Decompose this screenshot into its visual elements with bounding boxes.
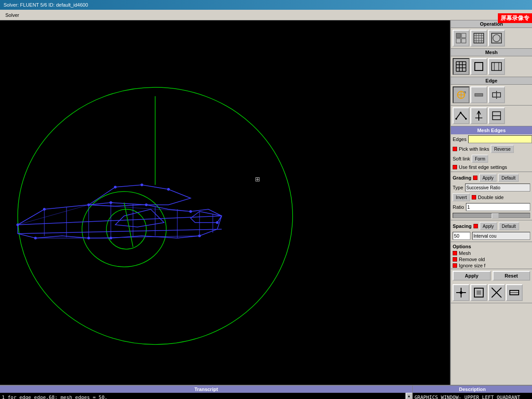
bottom-icon-toolbar xyxy=(451,282,532,303)
edge-toolbar-1 xyxy=(451,85,532,106)
remove-old-label: Remove old xyxy=(459,257,485,262)
operation-toolbar xyxy=(451,28,532,49)
double-side-label: Double side xyxy=(478,195,504,200)
mesh-toolbar xyxy=(451,56,532,77)
type-display: Successive Ratio xyxy=(465,184,530,192)
edges-label: Edges xyxy=(453,137,466,142)
svg-point-85 xyxy=(460,291,462,294)
svg-rect-87 xyxy=(477,290,481,295)
grading-apply-button[interactable]: Apply xyxy=(479,174,497,182)
mesh-title: Mesh xyxy=(451,49,532,56)
mesh-btn-1[interactable] xyxy=(453,58,469,75)
spacing-input-row: Interval cou xyxy=(451,231,532,241)
remove-old-indicator xyxy=(453,257,457,262)
svg-point-23 xyxy=(145,203,148,206)
grading-default-button[interactable]: Default xyxy=(498,174,519,182)
first-edge-indicator xyxy=(453,165,457,169)
edges-input[interactable] xyxy=(468,135,532,143)
grading-row: Grading Apply Default xyxy=(451,173,532,183)
bottom-icon-3[interactable] xyxy=(488,284,505,301)
grading-indicator xyxy=(473,176,477,180)
svg-point-30 xyxy=(114,186,117,188)
ratio-slider-track[interactable] xyxy=(453,213,530,218)
svg-line-72 xyxy=(456,113,461,119)
svg-text:⊞: ⊞ xyxy=(255,176,260,183)
op-btn-3[interactable] xyxy=(488,30,505,47)
title-bar: Solver: FLUENT 5/6 ID: default_id4600 xyxy=(0,0,532,10)
svg-rect-0 xyxy=(0,52,450,353)
scroll-up-arrow[interactable]: ▲ xyxy=(406,393,412,399)
pick-links-indicator xyxy=(453,147,457,151)
spacing-apply-button[interactable]: Apply xyxy=(480,222,497,230)
transcript-title: Transcript xyxy=(0,386,412,393)
title-text: Solver: FLUENT 5/6 ID: default_id4600 xyxy=(4,2,88,8)
soft-link-label: Soft link xyxy=(453,156,470,161)
edge-btn-1[interactable] xyxy=(453,86,469,103)
operation-section: Operation xyxy=(451,20,532,126)
svg-point-74 xyxy=(455,118,457,120)
first-edge-label: Use first edge settings xyxy=(459,164,507,170)
interval-count-display: Interval cou xyxy=(472,232,530,240)
op-btn-1[interactable] xyxy=(453,30,469,47)
invert-button[interactable]: Invert xyxy=(453,193,470,201)
description-panel: Description GRAPHICS WINDOW- UPPER LEFT … xyxy=(412,386,532,399)
svg-point-32 xyxy=(167,188,170,191)
apply-button[interactable]: Apply xyxy=(453,271,491,281)
mesh-btn-3[interactable] xyxy=(488,58,505,75)
ratio-slider-thumb[interactable] xyxy=(492,213,499,219)
form-button[interactable]: Form xyxy=(472,155,488,163)
chinese-overlay: 屏幕录像专 xyxy=(498,13,532,23)
mesh-option-label: Mesh xyxy=(459,250,471,256)
edge-btn-5[interactable] xyxy=(470,107,487,124)
options-row: Options xyxy=(451,243,532,250)
pick-links-label: Pick with links xyxy=(459,146,489,152)
svg-rect-61 xyxy=(475,63,483,70)
ignore-size-indicator xyxy=(453,263,457,268)
edge-title: Edge xyxy=(451,77,532,85)
svg-point-20 xyxy=(43,208,46,211)
reset-button[interactable]: Reset xyxy=(493,271,531,281)
svg-point-25 xyxy=(216,221,219,224)
invert-row: Invert Double side xyxy=(451,192,532,202)
ratio-input[interactable] xyxy=(466,203,530,211)
edge-btn-2[interactable] xyxy=(470,86,487,103)
edge-btn-6[interactable] xyxy=(488,107,505,124)
svg-rect-41 xyxy=(462,33,466,38)
description-text: GRAPHICS WINDOW- UPPER LEFT QUADRANT xyxy=(415,395,520,399)
menu-bar: Solver Help xyxy=(0,10,532,20)
svg-point-76 xyxy=(465,118,467,120)
mesh-btn-2[interactable] xyxy=(470,58,487,75)
description-title: Description xyxy=(413,386,532,393)
mesh-option-indicator xyxy=(453,251,457,255)
spacing-default-button[interactable]: Default xyxy=(499,222,519,230)
reverse-button[interactable]: Reverse xyxy=(491,145,513,153)
edge-btn-3[interactable] xyxy=(488,86,505,103)
svg-point-28 xyxy=(110,237,112,239)
viewport[interactable]: ⊞ xyxy=(0,20,450,385)
main-container: ⊞ Operation xyxy=(0,20,532,385)
bottom-icon-2[interactable] xyxy=(470,284,487,301)
edges-row: Edges xyxy=(451,134,532,144)
divider-2 xyxy=(451,220,532,220)
bottom-container: Transcript 1 for edge edge.68: mesh edge… xyxy=(0,385,532,399)
edge-btn-4[interactable] xyxy=(453,107,469,124)
chinese-text: 屏幕录像专 xyxy=(501,15,529,21)
svg-rect-69 xyxy=(475,94,483,96)
options-label: Options xyxy=(453,244,471,249)
mesh-edges-title: Mesh Edges xyxy=(451,126,532,134)
spacing-row: Spacing Apply Default xyxy=(451,221,532,231)
divider-1 xyxy=(451,172,532,172)
transcript-content[interactable]: 1 for edge edge.68: mesh edges = 50. 1 f… xyxy=(0,393,405,399)
bottom-icon-4[interactable] xyxy=(506,284,523,301)
op-btn-2[interactable] xyxy=(470,30,487,47)
ignore-size-row: Ignore size f xyxy=(451,262,532,269)
ratio-label: Ratio xyxy=(453,204,464,210)
type-row: Type Successive Ratio xyxy=(451,183,532,192)
svg-rect-40 xyxy=(456,33,461,38)
ignore-size-label: Ignore size f xyxy=(459,263,485,268)
bottom-icon-1[interactable] xyxy=(453,284,469,301)
spacing-input[interactable] xyxy=(453,232,470,240)
menu-solver[interactable]: Solver xyxy=(2,12,23,19)
description-content: GRAPHICS WINDOW- UPPER LEFT QUADRANT xyxy=(413,393,532,399)
transcript-line-1: 1 for edge edge.68: mesh edges = 50. xyxy=(2,395,403,399)
